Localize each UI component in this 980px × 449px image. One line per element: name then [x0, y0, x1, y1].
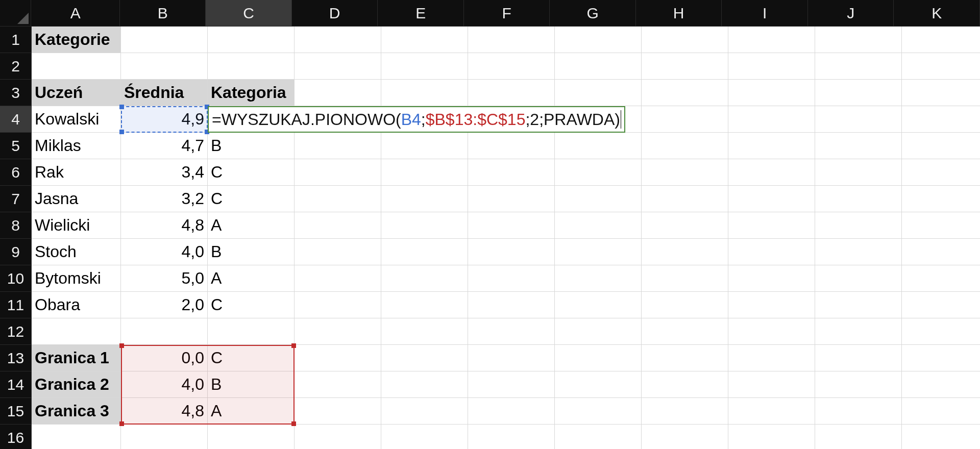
row-header-6[interactable]: 6: [0, 159, 32, 186]
cell-G14[interactable]: [555, 371, 642, 398]
row-header-3[interactable]: 3: [0, 80, 32, 106]
cell-C8[interactable]: A: [208, 212, 295, 239]
cell-G15[interactable]: [555, 398, 642, 425]
cell-A13[interactable]: Granica 1: [32, 345, 121, 371]
cell-J15[interactable]: [815, 398, 902, 425]
cell-B1[interactable]: [121, 27, 208, 53]
cell-F3[interactable]: [468, 80, 555, 106]
cell-I14[interactable]: [728, 371, 815, 398]
cell-F5[interactable]: [468, 133, 555, 159]
cell-I11[interactable]: [728, 292, 815, 318]
cell-D14[interactable]: [295, 371, 381, 398]
cell-F15[interactable]: [468, 398, 555, 425]
cell-E16[interactable]: [381, 425, 468, 449]
cell-I9[interactable]: [728, 239, 815, 265]
cell-H8[interactable]: [642, 212, 728, 239]
cell-K11[interactable]: [902, 292, 980, 318]
cell-G13[interactable]: [555, 345, 642, 371]
cell-I8[interactable]: [728, 212, 815, 239]
cell-I13[interactable]: [728, 345, 815, 371]
cell-A7[interactable]: Jasna: [32, 186, 121, 212]
cell-I15[interactable]: [728, 398, 815, 425]
cell-F1[interactable]: [468, 27, 555, 53]
select-all-corner[interactable]: [0, 0, 31, 27]
cell-A8[interactable]: Wielicki: [32, 212, 121, 239]
cell-B11[interactable]: 2,0: [121, 292, 208, 318]
cell-D9[interactable]: [295, 239, 381, 265]
cell-G6[interactable]: [555, 159, 642, 186]
row-header-12[interactable]: 12: [0, 318, 32, 345]
cell-G7[interactable]: [555, 186, 642, 212]
cell-D15[interactable]: [295, 398, 381, 425]
cell-J3[interactable]: [815, 80, 902, 106]
cell-F13[interactable]: [468, 345, 555, 371]
cell-I10[interactable]: [728, 265, 815, 292]
cell-E15[interactable]: [381, 398, 468, 425]
cell-J5[interactable]: [815, 133, 902, 159]
column-header-I[interactable]: I: [722, 0, 808, 27]
cell-J11[interactable]: [815, 292, 902, 318]
cell-B9[interactable]: 4,0: [121, 239, 208, 265]
cell-J7[interactable]: [815, 186, 902, 212]
cell-H12[interactable]: [642, 318, 728, 345]
cell-A11[interactable]: Obara: [32, 292, 121, 318]
cell-K7[interactable]: [902, 186, 980, 212]
cell-K9[interactable]: [902, 239, 980, 265]
cell-E5[interactable]: [381, 133, 468, 159]
cell-I3[interactable]: [728, 80, 815, 106]
cell-F16[interactable]: [468, 425, 555, 449]
cell-G5[interactable]: [555, 133, 642, 159]
cell-K15[interactable]: [902, 398, 980, 425]
cell-K16[interactable]: [902, 425, 980, 449]
cell-H9[interactable]: [642, 239, 728, 265]
cell-D13[interactable]: [295, 345, 381, 371]
cell-J14[interactable]: [815, 371, 902, 398]
column-header-A[interactable]: A: [31, 0, 119, 27]
cell-F11[interactable]: [468, 292, 555, 318]
cell-H7[interactable]: [642, 186, 728, 212]
cell-K12[interactable]: [902, 318, 980, 345]
cell-B16[interactable]: [121, 425, 208, 449]
cell-A6[interactable]: Rak: [32, 159, 121, 186]
cell-K5[interactable]: [902, 133, 980, 159]
cell-K13[interactable]: [902, 345, 980, 371]
cell-C15[interactable]: A: [208, 398, 295, 425]
cell-D10[interactable]: [295, 265, 381, 292]
cell-J10[interactable]: [815, 265, 902, 292]
cell-E13[interactable]: [381, 345, 468, 371]
column-header-E[interactable]: E: [378, 0, 464, 27]
cell-A15[interactable]: Granica 3: [32, 398, 121, 425]
cell-H6[interactable]: [642, 159, 728, 186]
cell-A2[interactable]: [32, 53, 121, 80]
cell-K8[interactable]: [902, 212, 980, 239]
cell-H5[interactable]: [642, 133, 728, 159]
cell-B14[interactable]: 4,0: [121, 371, 208, 398]
cell-A1[interactable]: Kategorie: [32, 27, 121, 53]
cell-A4[interactable]: Kowalski: [32, 106, 121, 133]
row-header-10[interactable]: 10: [0, 265, 32, 292]
cell-B5[interactable]: 4,7: [121, 133, 208, 159]
cell-C9[interactable]: B: [208, 239, 295, 265]
row-header-7[interactable]: 7: [0, 186, 32, 212]
cell-A16[interactable]: [32, 425, 121, 449]
row-header-15[interactable]: 15: [0, 398, 32, 425]
cell-A5[interactable]: Miklas: [32, 133, 121, 159]
cell-F14[interactable]: [468, 371, 555, 398]
cell-B15[interactable]: 4,8: [121, 398, 208, 425]
cell-H3[interactable]: [642, 80, 728, 106]
cell-I16[interactable]: [728, 425, 815, 449]
cell-B6[interactable]: 3,4: [121, 159, 208, 186]
cell-G12[interactable]: [555, 318, 642, 345]
cell-J16[interactable]: [815, 425, 902, 449]
cell-E14[interactable]: [381, 371, 468, 398]
cell-H10[interactable]: [642, 265, 728, 292]
cell-K6[interactable]: [902, 159, 980, 186]
cell-B8[interactable]: 4,8: [121, 212, 208, 239]
column-header-D[interactable]: D: [292, 0, 378, 27]
cell-H4[interactable]: [642, 106, 728, 133]
column-header-F[interactable]: F: [464, 0, 550, 27]
cell-E11[interactable]: [381, 292, 468, 318]
cell-G2[interactable]: [555, 53, 642, 80]
cell-K14[interactable]: [902, 371, 980, 398]
cell-I6[interactable]: [728, 159, 815, 186]
